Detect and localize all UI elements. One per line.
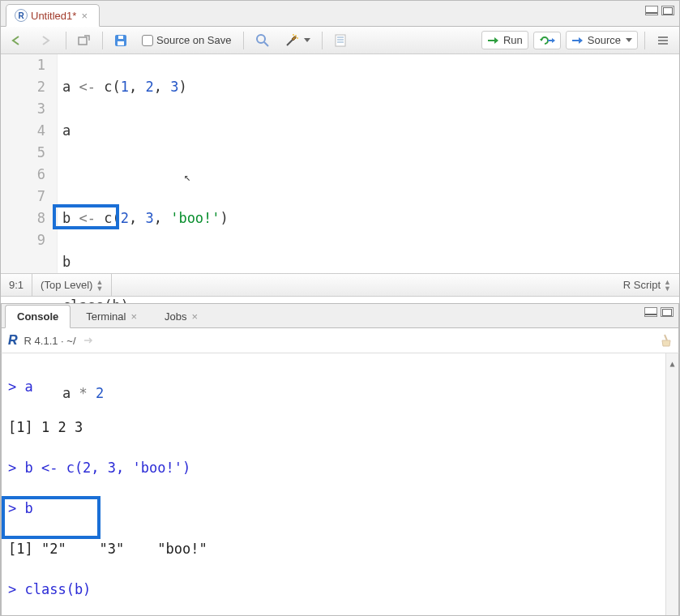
run-label: Run xyxy=(503,34,523,46)
tab-jobs[interactable]: Jobs× xyxy=(152,305,210,328)
source-on-save-toggle[interactable]: Source on Save xyxy=(137,32,237,49)
close-icon[interactable]: × xyxy=(191,310,198,323)
source-button[interactable]: Source xyxy=(566,31,638,49)
svg-point-8 xyxy=(297,37,298,39)
sort-icon: ▲▼ xyxy=(664,279,671,292)
rerun-button[interactable] xyxy=(533,32,561,49)
tab-console[interactable]: Console xyxy=(5,305,71,328)
minimize-pane-icon[interactable] xyxy=(644,307,657,317)
r-file-icon: R xyxy=(15,9,28,22)
code-line-2[interactable]: a xyxy=(62,120,229,142)
console-tabstrip: Console Terminal× Jobs× xyxy=(1,303,679,327)
svg-rect-10 xyxy=(336,35,345,46)
source-tab-title: Untitled1* xyxy=(31,10,76,22)
svg-point-9 xyxy=(293,34,294,36)
separator xyxy=(102,32,103,49)
cursor-position: 9:1 xyxy=(1,274,32,296)
separator xyxy=(322,32,323,49)
show-in-new-window-button[interactable] xyxy=(73,32,96,49)
close-icon[interactable]: × xyxy=(79,10,89,22)
code-line-1[interactable]: a <- c(1, 2, 3) xyxy=(62,76,229,98)
svg-rect-2 xyxy=(118,41,124,45)
scroll-up-icon[interactable]: ▲ xyxy=(666,353,678,374)
source-toolbar: Source on Save Run Source xyxy=(1,27,679,54)
console-scrollbar[interactable]: ▲ xyxy=(665,353,678,616)
tab-terminal[interactable]: Terminal× xyxy=(74,305,149,328)
svg-point-7 xyxy=(295,35,297,36)
console-line: > a xyxy=(8,377,675,397)
console-line: > class(b) xyxy=(8,580,675,600)
mouse-cursor-icon: ↖ xyxy=(184,166,190,188)
close-icon[interactable]: × xyxy=(130,310,137,323)
console-line: > b <- c(2, 3, 'boo!') xyxy=(8,458,675,478)
svg-line-6 xyxy=(287,40,293,45)
code-line-5[interactable]: b xyxy=(62,251,229,273)
chevron-down-icon xyxy=(304,38,310,42)
line-number-gutter: 123456789 xyxy=(1,54,58,273)
source-tabstrip: R Untitled1* × xyxy=(1,1,679,27)
svg-line-20 xyxy=(665,335,667,340)
source-pane: R Untitled1* × Source on Save xyxy=(1,1,679,297)
source-label: Source xyxy=(588,34,621,46)
nav-back-button[interactable] xyxy=(6,32,30,49)
code-line-3[interactable] xyxy=(62,164,229,186)
chevron-down-icon xyxy=(626,38,632,42)
pane-window-controls xyxy=(645,6,674,15)
maximize-pane-icon[interactable] xyxy=(661,6,674,15)
clear-console-icon[interactable] xyxy=(657,333,672,348)
svg-rect-3 xyxy=(118,36,123,39)
popout-icon[interactable] xyxy=(83,336,94,345)
minimize-pane-icon[interactable] xyxy=(645,6,658,15)
run-button[interactable]: Run xyxy=(481,31,528,49)
code-area[interactable]: a <- c(1, 2, 3) a b <- c(2, 3, 'boo!') b… xyxy=(58,54,229,273)
r-logo-icon: R xyxy=(8,333,18,348)
svg-rect-0 xyxy=(79,37,87,45)
outline-button[interactable] xyxy=(652,32,674,49)
console-output[interactable]: > a [1] 1 2 3 > b <- c(2, 3, 'boo!') > b… xyxy=(1,353,679,616)
console-line: [1] "2" "3" "boo!" xyxy=(8,539,675,559)
code-line-4[interactable]: b <- c(2, 3, 'boo!') xyxy=(62,207,229,229)
checkbox-icon xyxy=(142,35,153,46)
source-tab-untitled1[interactable]: R Untitled1* × xyxy=(6,4,100,27)
pane-window-controls xyxy=(644,307,674,317)
find-button[interactable] xyxy=(250,31,275,50)
compile-report-button[interactable] xyxy=(329,31,352,50)
nav-fwd-button[interactable] xyxy=(35,32,59,49)
separator xyxy=(644,32,645,49)
separator xyxy=(66,32,66,49)
console-line: [1] 1 2 3 xyxy=(8,417,675,438)
source-on-save-label: Source on Save xyxy=(156,34,232,46)
save-button[interactable] xyxy=(109,32,132,49)
separator xyxy=(243,32,244,49)
language-selector[interactable]: R Script ▲▼ xyxy=(615,274,679,296)
console-line: > b xyxy=(8,498,675,519)
svg-point-4 xyxy=(257,35,265,43)
svg-line-5 xyxy=(264,42,268,46)
source-editor[interactable]: 123456789 a <- c(1, 2, 3) a b <- c(2, 3,… xyxy=(1,54,679,273)
code-tools-button[interactable] xyxy=(280,31,315,50)
maximize-pane-icon[interactable] xyxy=(661,307,674,317)
